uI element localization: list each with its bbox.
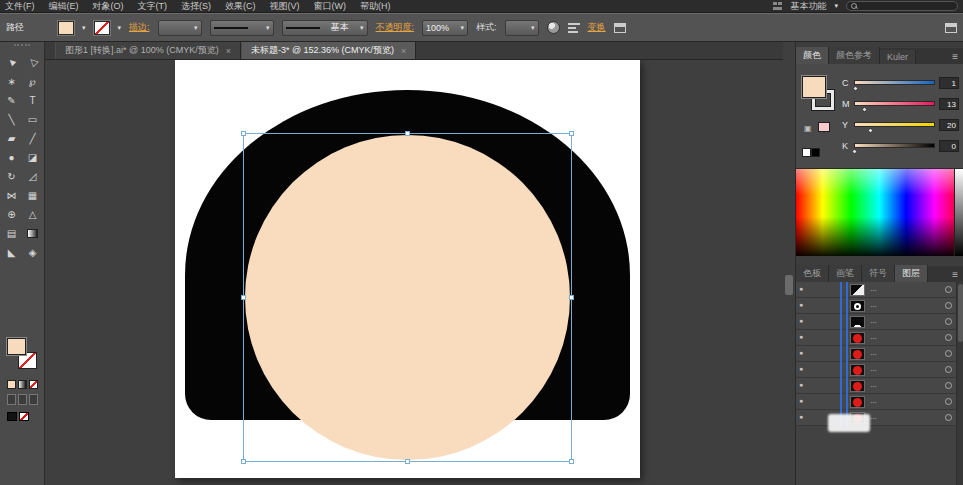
tab-color-guide[interactable]: 颜色参考 xyxy=(829,47,880,64)
menu-help[interactable]: 帮助(H) xyxy=(360,0,391,13)
menu-object[interactable]: 对象(O) xyxy=(93,0,124,13)
canvas-area[interactable] xyxy=(45,60,783,485)
target-circle-icon[interactable] xyxy=(945,366,952,373)
menu-type[interactable]: 文字(T) xyxy=(138,0,168,13)
selection-handle[interactable] xyxy=(569,459,574,464)
perspective-grid-tool[interactable]: △ xyxy=(22,205,43,224)
brush-dropdown[interactable]: 基本▾ xyxy=(282,20,368,36)
width-profile-dropdown[interactable]: ▾ xyxy=(210,20,274,36)
selection-handle[interactable] xyxy=(569,295,574,300)
stroke-link[interactable]: 描边: xyxy=(129,21,150,34)
layer-thumbnail[interactable] xyxy=(850,316,865,328)
document-tab-2[interactable]: 未标题-3* @ 152.36% (CMYK/预览) × xyxy=(241,42,416,59)
scrollbar-thumb[interactable] xyxy=(958,284,963,342)
opacity-link[interactable]: 不透明度: xyxy=(376,21,415,34)
magenta-value[interactable]: 13 xyxy=(939,98,959,110)
draw-normal-button[interactable] xyxy=(7,394,16,405)
rectangle-tool[interactable]: ▭ xyxy=(22,110,43,129)
search-input[interactable] xyxy=(846,1,958,11)
target-circle-icon[interactable] xyxy=(945,398,952,405)
cyan-slider[interactable] xyxy=(854,80,935,85)
fill-dropdown-icon[interactable]: ▾ xyxy=(82,24,86,32)
dock-grip[interactable] xyxy=(785,275,793,295)
layer-row[interactable]: ●… xyxy=(796,330,963,346)
artboard[interactable] xyxy=(175,60,640,478)
stroke-color-swatch[interactable] xyxy=(94,21,110,35)
menu-file[interactable]: 文件(F) xyxy=(5,0,35,13)
layer-thumbnail[interactable] xyxy=(850,284,865,296)
visibility-eye-icon[interactable]: ● xyxy=(799,301,803,308)
arrange-documents-icon[interactable] xyxy=(614,23,626,33)
layer-row[interactable]: ●… xyxy=(796,346,963,362)
close-icon[interactable]: × xyxy=(401,46,406,56)
opacity-input[interactable]: 100%▾ xyxy=(422,20,468,36)
document-tab-1[interactable]: 图形1 [转换].ai* @ 100% (CMYK/预览) × xyxy=(55,42,241,59)
layer-thumbnail[interactable] xyxy=(850,396,865,408)
target-circle-icon[interactable] xyxy=(945,414,952,421)
layer-thumbnail[interactable] xyxy=(850,332,865,344)
visibility-eye-icon[interactable]: ● xyxy=(799,397,803,404)
toolbar-fill-swatch[interactable] xyxy=(7,338,26,355)
tab-swatches[interactable]: 色板 xyxy=(796,265,829,282)
visibility-eye-icon[interactable]: ● xyxy=(799,349,803,356)
visibility-eye-icon[interactable]: ● xyxy=(799,413,803,420)
layer-row[interactable]: ●… xyxy=(796,314,963,330)
align-icon[interactable] xyxy=(568,23,580,33)
visibility-eye-icon[interactable]: ● xyxy=(799,317,803,324)
pen-tool[interactable]: ✎ xyxy=(1,91,22,110)
color-spectrum[interactable] xyxy=(796,168,963,256)
blob-brush-tool[interactable]: ● xyxy=(1,148,22,167)
menu-view[interactable]: 视图(V) xyxy=(270,0,300,13)
blend-tool[interactable]: ◈ xyxy=(22,243,43,262)
none-button[interactable] xyxy=(29,380,38,389)
target-circle-icon[interactable] xyxy=(945,382,952,389)
pencil-tool[interactable]: ╱ xyxy=(22,129,43,148)
target-circle-icon[interactable] xyxy=(945,286,952,293)
draw-behind-button[interactable] xyxy=(18,394,27,405)
menu-edit[interactable]: 编辑(E) xyxy=(49,0,79,13)
control-panel-options-icon[interactable] xyxy=(945,23,957,33)
free-transform-tool[interactable]: ▦ xyxy=(22,186,43,205)
layer-row[interactable]: ●… xyxy=(796,378,963,394)
selection-handle[interactable] xyxy=(241,131,246,136)
selection-handle[interactable] xyxy=(405,459,410,464)
shape-builder-tool[interactable]: ⊕ xyxy=(1,205,22,224)
layer-thumbnail[interactable] xyxy=(850,364,865,376)
menu-effect[interactable]: 效果(C) xyxy=(225,0,256,13)
black-value[interactable]: 0 xyxy=(939,140,959,152)
tab-color[interactable]: 颜色 xyxy=(796,47,829,64)
workspace-switcher[interactable]: 基本功能 xyxy=(790,0,826,13)
magenta-slider[interactable] xyxy=(854,101,935,106)
layer-thumbnail[interactable] xyxy=(850,380,865,392)
layer-row[interactable]: ●… xyxy=(796,282,963,298)
target-circle-icon[interactable] xyxy=(945,302,952,309)
close-icon[interactable]: × xyxy=(226,46,231,56)
layer-thumbnail[interactable] xyxy=(850,300,865,312)
panel-menu-icon[interactable]: ≡ xyxy=(947,51,963,64)
none-swatch[interactable] xyxy=(19,412,29,421)
gamut-color-swatch[interactable] xyxy=(818,122,830,132)
visibility-eye-icon[interactable]: ● xyxy=(799,333,803,340)
layer-row[interactable]: ●… xyxy=(796,394,963,410)
selection-handle[interactable] xyxy=(241,295,246,300)
mesh-tool[interactable]: ▤ xyxy=(1,224,22,243)
yellow-slider[interactable] xyxy=(854,122,935,127)
width-tool[interactable]: ⋈ xyxy=(1,186,22,205)
panel-fill-swatch[interactable] xyxy=(802,76,826,98)
slider-thumb[interactable] xyxy=(851,148,858,155)
eyedropper-tool[interactable]: ◣ xyxy=(1,243,22,262)
target-circle-icon[interactable] xyxy=(945,350,952,357)
eraser-tool[interactable]: ◪ xyxy=(22,148,43,167)
layer-row[interactable]: ●… xyxy=(796,298,963,314)
stroke-width-dropdown[interactable]: ▾ xyxy=(158,20,202,36)
black-slider[interactable] xyxy=(854,143,935,148)
panel-menu-icon[interactable]: ≡ xyxy=(947,269,963,282)
style-dropdown[interactable]: ▾ xyxy=(505,20,539,36)
tab-brushes[interactable]: 画笔 xyxy=(829,265,862,282)
tab-kuler[interactable]: Kuler xyxy=(880,50,916,64)
out-of-gamut-cube-icon[interactable]: ▣ xyxy=(804,124,812,133)
layers-scrollbar[interactable] xyxy=(956,282,963,485)
menu-select[interactable]: 选择(S) xyxy=(181,0,211,13)
slider-thumb[interactable] xyxy=(852,85,859,92)
grayscale-ramp[interactable] xyxy=(954,169,963,256)
